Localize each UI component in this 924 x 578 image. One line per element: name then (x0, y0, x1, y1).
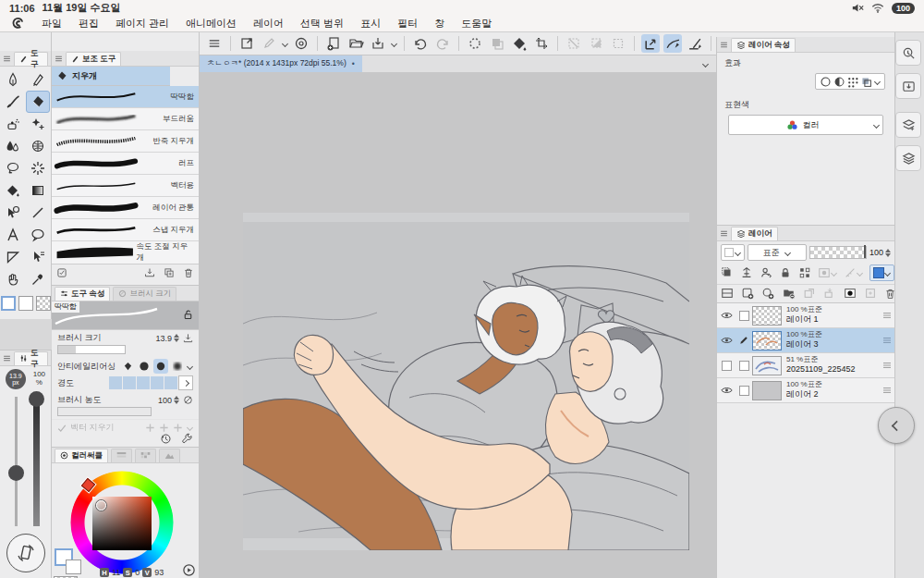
row-handle-icon[interactable] (882, 362, 892, 369)
no-effect-icon[interactable] (183, 395, 193, 405)
approx-color-tab[interactable] (159, 449, 180, 462)
brush-size-tab[interactable]: 브러시 크기 (113, 287, 176, 301)
eye-icon[interactable] (721, 336, 733, 345)
tab-list-chevron-icon[interactable] (702, 61, 709, 68)
layer-name[interactable]: 레이어 2 (786, 389, 880, 400)
subtool-item[interactable]: 벡터용 (52, 175, 199, 197)
color-set-tab[interactable] (135, 449, 156, 462)
subtool-item[interactable]: 반죽 지우개 (52, 130, 199, 153)
transform-icon[interactable] (532, 34, 551, 53)
battery-indicator[interactable]: 100 (892, 3, 915, 14)
palette-menu-icon[interactable] (205, 34, 224, 53)
color-slider-tab[interactable] (111, 449, 132, 462)
tone-effect-icon[interactable] (833, 76, 845, 88)
tool-layer-select[interactable] (26, 246, 50, 268)
layer-name[interactable]: 레이어 3 (786, 339, 880, 350)
menu-layer[interactable]: 레이어 (253, 17, 284, 31)
layer-thumbnail[interactable] (752, 331, 782, 350)
layer-checkbox[interactable] (739, 386, 749, 396)
undo-icon[interactable] (411, 34, 430, 53)
clip-to-layer-icon[interactable] (721, 266, 734, 279)
sv-marker[interactable] (96, 500, 106, 510)
show-all-subtools-icon[interactable] (56, 267, 67, 278)
subtool-item[interactable]: 딱딱함 (52, 86, 199, 108)
aa-medium-icon[interactable] (153, 359, 168, 374)
wifi-icon[interactable] (871, 3, 884, 13)
palette-menu-icon[interactable] (55, 55, 63, 63)
aa-weak-icon[interactable] (137, 359, 152, 374)
palette-menu-icon[interactable] (3, 55, 11, 63)
expand-icon[interactable] (178, 375, 193, 390)
brush-size-bar[interactable] (57, 345, 126, 354)
val-value[interactable]: 93 (154, 568, 164, 577)
save-icon[interactable] (369, 34, 387, 53)
tool-selection-lasso[interactable] (1, 157, 25, 179)
layer-checkbox[interactable] (739, 311, 749, 321)
row-handle-icon[interactable] (882, 337, 892, 344)
border-effect-icon[interactable] (820, 76, 832, 88)
chevron-down-icon[interactable] (874, 79, 881, 85)
layer-tab[interactable]: 레이어 (731, 227, 778, 240)
layer-row[interactable]: 100 %표준 레이어 1 (717, 303, 894, 328)
eye-icon[interactable] (721, 386, 733, 395)
clip-studio-logo-icon[interactable] (11, 17, 25, 31)
sat-value[interactable]: 0 (135, 568, 140, 577)
tool-decoration[interactable] (26, 113, 50, 135)
duplicate-subtool-icon[interactable] (164, 267, 175, 278)
aa-strong-icon[interactable] (170, 359, 185, 374)
expression-color-select[interactable]: 컬러 (728, 115, 883, 135)
density-stepper[interactable] (174, 396, 179, 404)
hue-value[interactable]: 11 (112, 568, 120, 577)
import-subtool-icon[interactable] (144, 267, 155, 278)
layer-opacity-slider[interactable] (809, 246, 867, 259)
tool-fill[interactable] (1, 179, 25, 202)
layer-color-icon[interactable] (860, 76, 872, 88)
palette-menu-icon[interactable] (3, 354, 11, 363)
menu-edit[interactable]: 편집 (79, 17, 99, 31)
menu-window[interactable]: 창 (434, 17, 444, 31)
layer-property-tab[interactable]: 레이어 속성 (731, 38, 796, 52)
layer-name[interactable]: 레이어 1 (786, 314, 880, 325)
tool-eraser[interactable] (26, 91, 50, 113)
document-canvas[interactable] (243, 213, 689, 550)
tool-balloon[interactable] (26, 224, 50, 246)
layer-thumbnail[interactable] (752, 306, 782, 326)
chevron-down-icon[interactable] (391, 41, 397, 47)
source-setting-icon[interactable] (183, 333, 193, 343)
open-file-icon[interactable] (346, 34, 365, 53)
fill-icon[interactable] (510, 34, 529, 53)
tool-text[interactable] (1, 224, 25, 246)
chevron-down-icon[interactable] (187, 363, 193, 370)
layer-checkbox[interactable] (739, 361, 749, 371)
tool-liquify[interactable] (26, 135, 50, 157)
tool-pencil[interactable] (26, 68, 50, 91)
tool-object[interactable] (1, 202, 25, 224)
transparent-color-chip[interactable] (36, 296, 51, 311)
subtool-item[interactable]: 레이어 관통 (52, 197, 199, 219)
wrench-icon[interactable] (181, 433, 193, 445)
main-color-chip[interactable] (1, 296, 16, 311)
palette-menu-icon[interactable] (720, 41, 728, 49)
opacity-stepper[interactable] (885, 249, 891, 257)
density-bar[interactable] (57, 407, 152, 416)
tool-line[interactable] (26, 202, 50, 224)
eye-icon[interactable] (721, 311, 733, 320)
opacity-knob[interactable] (29, 391, 44, 407)
menu-help[interactable]: 도움말 (461, 17, 492, 31)
menu-animation[interactable]: 애니메이션 (186, 17, 237, 31)
layer-row-selected[interactable]: 100 %표준 레이어 3 (717, 328, 894, 353)
hud-tab[interactable]: 도구 (14, 351, 48, 365)
material-download-icon[interactable] (895, 73, 921, 99)
row-handle-icon[interactable] (882, 312, 892, 319)
tool-property-tab[interactable]: 도구 속성 (55, 287, 110, 301)
new-vector-layer-icon[interactable] (761, 287, 774, 300)
canvas-area[interactable] (200, 72, 716, 578)
brush-size-stepper[interactable] (174, 334, 179, 342)
density-value[interactable]: 100 (158, 396, 172, 405)
aa-none-icon[interactable] (120, 359, 135, 374)
subtool-tab[interactable]: 보조 도구 (66, 52, 121, 66)
row-handle-icon[interactable] (882, 387, 892, 394)
subtool-item[interactable]: 부드러움 (52, 108, 199, 130)
blend-mode-select[interactable]: 표준 (748, 244, 807, 261)
subtool-group-tab[interactable]: 지우개 (52, 67, 170, 86)
